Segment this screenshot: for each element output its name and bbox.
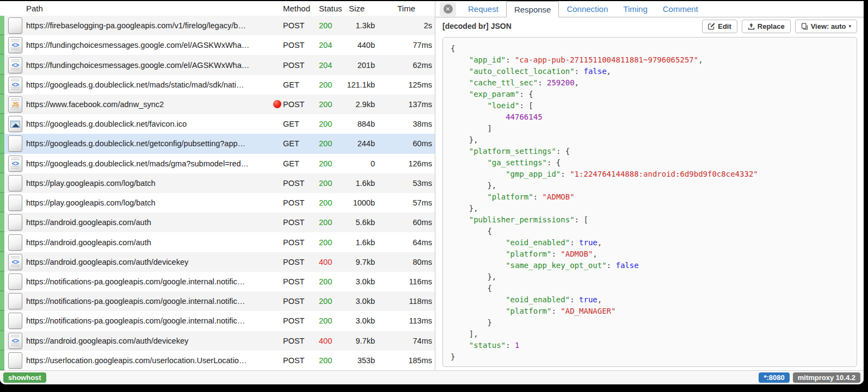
flow-method: POST xyxy=(281,297,317,306)
json-line: "same_app_key_opt_out": false xyxy=(451,260,857,271)
icon-cell xyxy=(4,116,26,132)
flow-size: 121.1kb xyxy=(341,80,375,89)
row-marker-bar xyxy=(0,35,4,55)
flow-method: POST xyxy=(281,316,317,325)
flow-path: https://www.facebook.com/adnw_sync2 xyxy=(26,100,273,109)
edit-button[interactable]: Edit xyxy=(702,20,737,33)
tab-request[interactable]: Request xyxy=(460,1,506,17)
row-marker-bar xyxy=(0,213,4,232)
flow-size: 0 xyxy=(341,159,375,168)
column-header-status[interactable]: Status xyxy=(317,4,341,13)
flow-size: 3.0kb xyxy=(341,277,375,286)
column-header-size[interactable]: Size xyxy=(341,4,375,13)
tab-timing[interactable]: Timing xyxy=(615,1,655,17)
flow-row[interactable]: https://play.googleapis.com/log/batch PO… xyxy=(0,173,435,193)
json-line: ], xyxy=(451,328,857,340)
flow-status: 400 xyxy=(317,258,341,266)
icon-cell: <> xyxy=(4,333,26,349)
document-file-icon xyxy=(8,175,22,191)
flow-path-cell: https://android.googleapis.com/auth/devi… xyxy=(26,258,281,266)
flow-path-cell: https://googleads.g.doubleclick.net/favi… xyxy=(26,120,281,128)
flow-row[interactable]: <> https://fundingchoicesmessages.google… xyxy=(0,35,435,55)
tab-response[interactable]: Response xyxy=(506,1,559,17)
row-marker-bar xyxy=(0,311,4,331)
flow-method: POST xyxy=(281,218,317,227)
json-line: "platform": "AD_MANAGER" xyxy=(451,306,857,317)
flow-status: 200 xyxy=(317,159,341,168)
flow-status: 200 xyxy=(317,179,341,188)
flow-size: 353b xyxy=(341,356,375,365)
flow-method: POST xyxy=(281,41,317,49)
view-mode-label: View: auto xyxy=(811,22,846,30)
row-marker-bar xyxy=(0,291,4,311)
flow-row[interactable]: JS https://www.facebook.com/adnw_sync2 P… xyxy=(0,95,435,114)
row-marker-bar xyxy=(0,193,4,213)
flow-size: 884b xyxy=(341,120,375,128)
flow-row[interactable]: https://userlocation.googleapis.com/user… xyxy=(0,351,435,370)
tab-comment[interactable]: Comment xyxy=(655,1,706,17)
status-bar: showhost *:8080 mitmproxy 10.4.2 xyxy=(0,370,864,384)
flow-row[interactable]: https://android.googleapis.com/auth POST… xyxy=(0,232,435,252)
flow-row[interactable]: https://googleads.g.doubleclick.net/getc… xyxy=(0,134,435,153)
row-marker-bar xyxy=(0,134,4,153)
flow-path-cell: https://firebaselogging-pa.googleapis.co… xyxy=(26,21,281,30)
column-header-method[interactable]: Method xyxy=(281,4,317,13)
code-file-icon: <> xyxy=(8,37,22,53)
flow-row[interactable]: https://googleads.g.doubleclick.net/favi… xyxy=(0,114,435,134)
content-meta-row: [decoded br] JSON Edit Replace View: aut… xyxy=(435,17,864,34)
close-flow-button[interactable]: ✕ xyxy=(440,2,456,16)
flow-method: GET xyxy=(281,139,317,148)
image-file-icon xyxy=(8,116,22,132)
json-viewer[interactable]: { "app_id": "ca-app-pub-2711511004811881… xyxy=(442,37,857,367)
flow-method: POST xyxy=(281,198,317,207)
json-line: "publisher_permissions": [ xyxy=(451,214,857,226)
tab-connection[interactable]: Connection xyxy=(559,1,615,17)
view-mode-button[interactable]: View: auto ▾ xyxy=(795,20,857,33)
column-header-time[interactable]: Time xyxy=(375,4,435,13)
flow-size: 201b xyxy=(341,61,375,70)
flow-row[interactable]: <> https://android.googleapis.com/auth/d… xyxy=(0,331,435,351)
json-line: }, xyxy=(451,134,857,146)
replace-button[interactable]: Replace xyxy=(742,20,791,33)
flow-row[interactable]: <> https://fundingchoicesmessages.google… xyxy=(0,55,435,74)
flow-row[interactable]: https://android.googleapis.com/auth POST… xyxy=(0,213,435,232)
flow-row[interactable]: https://notifications-pa.googleapis.com/… xyxy=(0,291,435,311)
flow-list[interactable]: https://firebaselogging-pa.googleapis.co… xyxy=(0,16,435,370)
icon-cell xyxy=(4,234,26,251)
flow-size: 1000b xyxy=(341,198,375,207)
flow-method: POST xyxy=(281,238,317,247)
mitmweb-window: Path Method Status Size Time https://fir… xyxy=(0,1,864,384)
flow-row[interactable]: https://firebaselogging-pa.googleapis.co… xyxy=(0,16,435,35)
row-marker-bar xyxy=(0,16,4,35)
json-line: "ga_settings": { xyxy=(451,157,857,169)
json-line: "app_id": "ca-app-pub-2711511004811881~9… xyxy=(451,54,857,66)
flow-row[interactable]: https://notifications-pa.googleapis.com/… xyxy=(0,311,435,331)
json-line: }, xyxy=(451,271,857,283)
flow-row[interactable]: https://notifications-pa.googleapis.com/… xyxy=(0,272,435,291)
row-marker-bar xyxy=(0,114,4,134)
flow-time: 77ms xyxy=(375,41,435,49)
flow-method: GET xyxy=(281,80,317,89)
flow-row[interactable]: <> https://googleads.g.doubleclick.net/m… xyxy=(0,75,435,95)
json-line: } xyxy=(451,351,857,363)
flow-path-cell: https://googleads.g.doubleclick.net/mads… xyxy=(26,80,281,89)
flow-path-cell: https://userlocation.googleapis.com/user… xyxy=(26,356,281,365)
flow-row[interactable]: <> https://googleads.g.doubleclick.net/m… xyxy=(0,154,435,173)
document-file-icon xyxy=(8,293,22,309)
flow-row[interactable]: <> https://android.googleapis.com/auth/d… xyxy=(0,252,435,272)
document-file-icon xyxy=(8,135,22,152)
flow-path: https://googleads.g.doubleclick.net/favi… xyxy=(26,120,281,128)
flow-size: 9.7kb xyxy=(341,258,375,266)
icon-cell xyxy=(4,175,26,191)
flow-path: https://android.googleapis.com/auth/devi… xyxy=(26,337,281,345)
code-file-icon: <> xyxy=(8,333,22,349)
flow-status: 204 xyxy=(317,61,341,70)
json-line: { xyxy=(451,226,857,237)
flow-row[interactable]: https://play.googleapis.com/log/batch PO… xyxy=(0,193,435,213)
json-line: "platform_settings": { xyxy=(451,146,857,157)
flow-time: 113ms xyxy=(375,316,435,325)
row-marker-bar xyxy=(0,232,4,252)
flow-time: 125ms xyxy=(375,80,435,89)
main-area: Path Method Status Size Time https://fir… xyxy=(0,1,864,370)
column-header-path[interactable]: Path xyxy=(26,4,281,13)
